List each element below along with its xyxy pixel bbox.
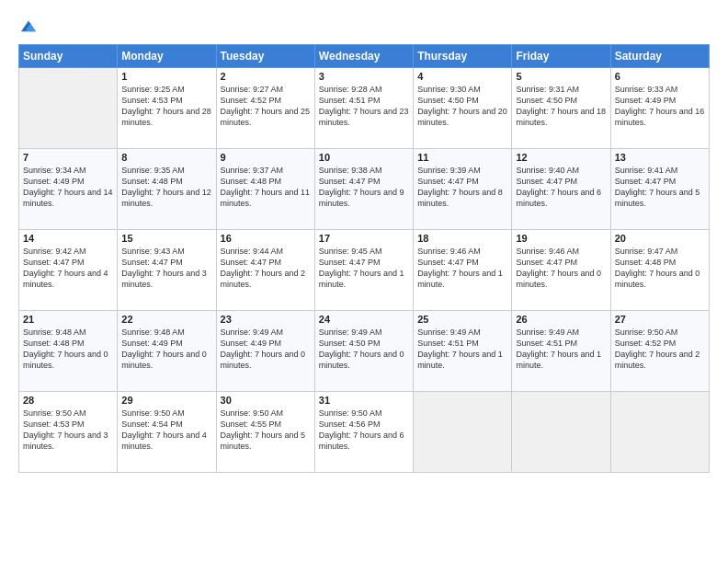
day-cell: 13 Sunrise: 9:41 AM Sunset: 4:47 PM Dayl…: [610, 149, 709, 230]
day-cell: 19 Sunrise: 9:46 AM Sunset: 4:47 PM Dayl…: [512, 230, 610, 311]
day-number: 10: [319, 152, 409, 163]
day-cell: 24 Sunrise: 9:49 AM Sunset: 4:50 PM Dayl…: [314, 311, 413, 392]
cell-info: Sunrise: 9:33 AM Sunset: 4:49 PM Dayligh…: [615, 84, 705, 129]
day-cell: 14 Sunrise: 9:42 AM Sunset: 4:47 PM Dayl…: [19, 230, 118, 311]
day-number: 19: [516, 233, 606, 244]
sunset: Sunset: 4:56 PM: [319, 419, 381, 429]
sunrise: Sunrise: 9:46 AM: [516, 247, 579, 256]
daylight: Daylight: 7 hours and 0 minutes.: [615, 269, 700, 289]
sunset: Sunset: 4:47 PM: [221, 258, 282, 267]
day-number: 11: [417, 152, 507, 163]
daylight: Daylight: 7 hours and 28 minutes.: [121, 107, 211, 127]
day-cell: 2 Sunrise: 9:27 AM Sunset: 4:52 PM Dayli…: [216, 68, 314, 149]
day-cell: 1 Sunrise: 9:25 AM Sunset: 4:53 PM Dayli…: [118, 68, 216, 149]
sunrise: Sunrise: 9:25 AM: [121, 85, 185, 94]
daylight: Daylight: 7 hours and 6 minutes.: [319, 431, 404, 451]
sunrise: Sunrise: 9:48 AM: [23, 327, 86, 337]
sunset: Sunset: 4:47 PM: [319, 177, 381, 186]
cell-info: Sunrise: 9:34 AM Sunset: 4:49 PM Dayligh…: [23, 165, 113, 210]
cell-info: Sunrise: 9:44 AM Sunset: 4:47 PM Dayligh…: [221, 246, 311, 291]
header-cell: Saturday: [610, 45, 709, 68]
header-cell: Monday: [118, 45, 216, 68]
cell-info: Sunrise: 9:49 AM Sunset: 4:51 PM Dayligh…: [417, 327, 507, 372]
daylight: Daylight: 7 hours and 0 minutes.: [319, 350, 404, 370]
day-number: 15: [121, 233, 211, 244]
sunset: Sunset: 4:51 PM: [516, 339, 577, 348]
sunset: Sunset: 4:47 PM: [121, 258, 183, 267]
day-number: 27: [615, 314, 705, 325]
day-cell: [512, 392, 610, 473]
day-number: 12: [516, 152, 606, 163]
sunset: Sunset: 4:48 PM: [23, 339, 85, 348]
day-number: 1: [121, 71, 211, 82]
sunrise: Sunrise: 9:42 AM: [23, 247, 86, 256]
daylight: Daylight: 7 hours and 4 minutes.: [121, 431, 207, 451]
daylight: Daylight: 7 hours and 12 minutes.: [121, 188, 211, 208]
daylight: Daylight: 7 hours and 25 minutes.: [221, 107, 311, 127]
daylight: Daylight: 7 hours and 1 minute.: [516, 350, 601, 370]
sunset: Sunset: 4:49 PM: [121, 339, 183, 348]
sunrise: Sunrise: 9:41 AM: [615, 166, 678, 175]
calendar: SundayMondayTuesdayWednesdayThursdayFrid…: [18, 44, 710, 473]
header: [18, 17, 710, 37]
header-row: SundayMondayTuesdayWednesdayThursdayFrid…: [19, 45, 710, 68]
sunrise: Sunrise: 9:34 AM: [23, 166, 86, 175]
day-cell: 22 Sunrise: 9:48 AM Sunset: 4:49 PM Dayl…: [118, 311, 216, 392]
cell-info: Sunrise: 9:35 AM Sunset: 4:48 PM Dayligh…: [121, 165, 211, 210]
day-cell: 31 Sunrise: 9:50 AM Sunset: 4:56 PM Dayl…: [314, 392, 413, 473]
week-row: 21 Sunrise: 9:48 AM Sunset: 4:48 PM Dayl…: [19, 311, 710, 392]
cell-info: Sunrise: 9:50 AM Sunset: 4:55 PM Dayligh…: [221, 408, 311, 453]
sunset: Sunset: 4:55 PM: [221, 419, 282, 429]
sunset: Sunset: 4:51 PM: [319, 96, 381, 105]
day-cell: 20 Sunrise: 9:47 AM Sunset: 4:48 PM Dayl…: [610, 230, 709, 311]
sunset: Sunset: 4:47 PM: [319, 258, 381, 267]
day-cell: 29 Sunrise: 9:50 AM Sunset: 4:54 PM Dayl…: [118, 392, 216, 473]
day-cell: 26 Sunrise: 9:49 AM Sunset: 4:51 PM Dayl…: [512, 311, 610, 392]
day-number: 8: [121, 152, 211, 163]
day-cell: 16 Sunrise: 9:44 AM Sunset: 4:47 PM Dayl…: [216, 230, 314, 311]
sunrise: Sunrise: 9:33 AM: [615, 85, 678, 94]
cell-info: Sunrise: 9:48 AM Sunset: 4:48 PM Dayligh…: [23, 327, 113, 372]
header-cell: Friday: [512, 45, 610, 68]
header-cell: Wednesday: [314, 45, 413, 68]
cell-info: Sunrise: 9:39 AM Sunset: 4:47 PM Dayligh…: [417, 165, 507, 210]
sunset: Sunset: 4:52 PM: [615, 339, 677, 348]
day-number: 4: [417, 71, 507, 82]
sunset: Sunset: 4:49 PM: [23, 177, 85, 186]
daylight: Daylight: 7 hours and 4 minutes.: [23, 269, 108, 289]
sunset: Sunset: 4:51 PM: [417, 339, 479, 348]
day-number: 22: [121, 314, 211, 325]
cell-info: Sunrise: 9:25 AM Sunset: 4:53 PM Dayligh…: [121, 84, 211, 129]
day-cell: 21 Sunrise: 9:48 AM Sunset: 4:48 PM Dayl…: [19, 311, 118, 392]
day-number: 17: [319, 233, 409, 244]
day-cell: 25 Sunrise: 9:49 AM Sunset: 4:51 PM Dayl…: [414, 311, 512, 392]
sunset: Sunset: 4:48 PM: [221, 177, 282, 186]
sunrise: Sunrise: 9:40 AM: [516, 166, 579, 175]
day-number: 13: [615, 152, 705, 163]
cell-info: Sunrise: 9:50 AM Sunset: 4:54 PM Dayligh…: [121, 408, 211, 453]
daylight: Daylight: 7 hours and 11 minutes.: [221, 188, 311, 208]
sunrise: Sunrise: 9:45 AM: [319, 247, 382, 256]
daylight: Daylight: 7 hours and 8 minutes.: [417, 188, 503, 208]
day-number: 9: [221, 152, 311, 163]
day-cell: [414, 392, 512, 473]
header-cell: Sunday: [19, 45, 118, 68]
cell-info: Sunrise: 9:30 AM Sunset: 4:50 PM Dayligh…: [417, 84, 507, 129]
day-cell: [19, 68, 118, 149]
sunrise: Sunrise: 9:37 AM: [221, 166, 284, 175]
sunset: Sunset: 4:50 PM: [417, 96, 479, 105]
sunrise: Sunrise: 9:50 AM: [23, 408, 86, 418]
day-number: 2: [221, 71, 311, 82]
daylight: Daylight: 7 hours and 14 minutes.: [23, 188, 113, 208]
day-cell: 30 Sunrise: 9:50 AM Sunset: 4:55 PM Dayl…: [216, 392, 314, 473]
day-number: 20: [615, 233, 705, 244]
cell-info: Sunrise: 9:46 AM Sunset: 4:47 PM Dayligh…: [516, 246, 606, 291]
sunrise: Sunrise: 9:49 AM: [516, 327, 579, 337]
cell-info: Sunrise: 9:28 AM Sunset: 4:51 PM Dayligh…: [319, 84, 409, 129]
cell-info: Sunrise: 9:48 AM Sunset: 4:49 PM Dayligh…: [121, 327, 211, 372]
cell-info: Sunrise: 9:50 AM Sunset: 4:56 PM Dayligh…: [319, 408, 409, 453]
week-row: 28 Sunrise: 9:50 AM Sunset: 4:53 PM Dayl…: [19, 392, 710, 473]
day-cell: 7 Sunrise: 9:34 AM Sunset: 4:49 PM Dayli…: [19, 149, 118, 230]
daylight: Daylight: 7 hours and 1 minute.: [319, 269, 404, 289]
cell-info: Sunrise: 9:45 AM Sunset: 4:47 PM Dayligh…: [319, 246, 409, 291]
